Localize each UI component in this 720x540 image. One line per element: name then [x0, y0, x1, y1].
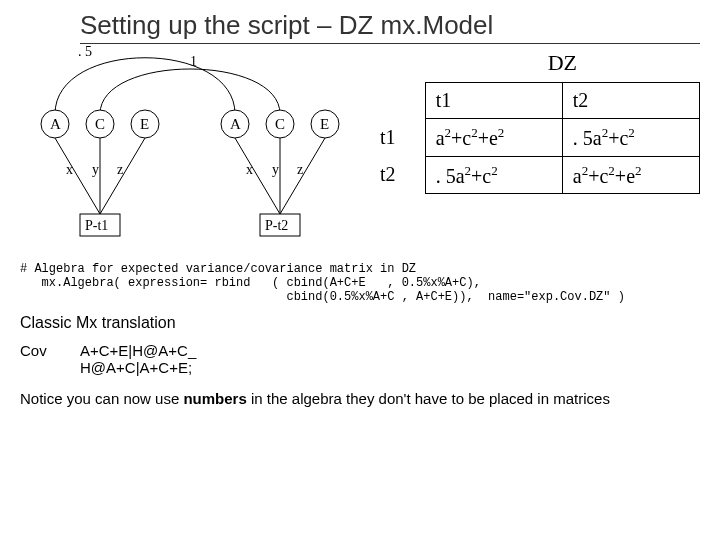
path-z-left: z [117, 162, 123, 178]
latent-e-right: E [320, 116, 329, 133]
latent-c-left: C [95, 116, 105, 133]
notice-post: in the algebra they don't have to be pla… [247, 390, 610, 407]
row-header-t2: t2 [370, 156, 425, 194]
col-header-t2: t2 [562, 83, 699, 119]
diagram-svg [20, 44, 350, 254]
notice-bold: numbers [183, 390, 246, 407]
cov-table: DZ t1 t2 t1 a2+c2+e2 . 5a2+c2 t2 . 5a2+c… [370, 44, 700, 254]
mx-translation-head: Classic Mx translation [20, 314, 700, 332]
path-z-right: z [297, 162, 303, 178]
path-x-left: x [66, 162, 73, 178]
box-pt2: P-t2 [265, 218, 288, 234]
col-header-t1: t1 [425, 83, 562, 119]
cov-label: Cov [20, 342, 80, 376]
table-title: DZ [425, 44, 699, 83]
notice-pre: Notice you can now use [20, 390, 183, 407]
cell-1-2: . 5a2+c2 [562, 119, 699, 157]
latent-e-left: E [140, 116, 149, 133]
path-x-right: x [246, 162, 253, 178]
algebra-code: # Algebra for expected variance/covarian… [20, 262, 700, 304]
page-title: Setting up the script – DZ mx.Model [80, 10, 700, 44]
box-pt1: P-t1 [85, 218, 108, 234]
latent-a-right: A [230, 116, 241, 133]
row-header-t1: t1 [370, 119, 425, 157]
cell-1-1: a2+c2+e2 [425, 119, 562, 157]
path-diagram: . 5 1 A C E A C E x y z x y z P-t1 P-t2 [20, 44, 350, 254]
path-y-left: y [92, 162, 99, 178]
path-y-right: y [272, 162, 279, 178]
cell-2-1: . 5a2+c2 [425, 156, 562, 194]
cov-line2: H@A+C|A+C+E; [80, 359, 192, 376]
cov-expression: A+C+E|H@A+C_ H@A+C|A+C+E; [80, 342, 196, 376]
latent-c-right: C [275, 116, 285, 133]
cell-2-2: a2+c2+e2 [562, 156, 699, 194]
latent-a-left: A [50, 116, 61, 133]
notice-text: Notice you can now use numbers in the al… [20, 390, 700, 408]
coef-a-label: . 5 [78, 44, 92, 60]
cov-line1: A+C+E|H@A+C_ [80, 342, 196, 359]
coef-c-label: 1 [190, 54, 197, 70]
